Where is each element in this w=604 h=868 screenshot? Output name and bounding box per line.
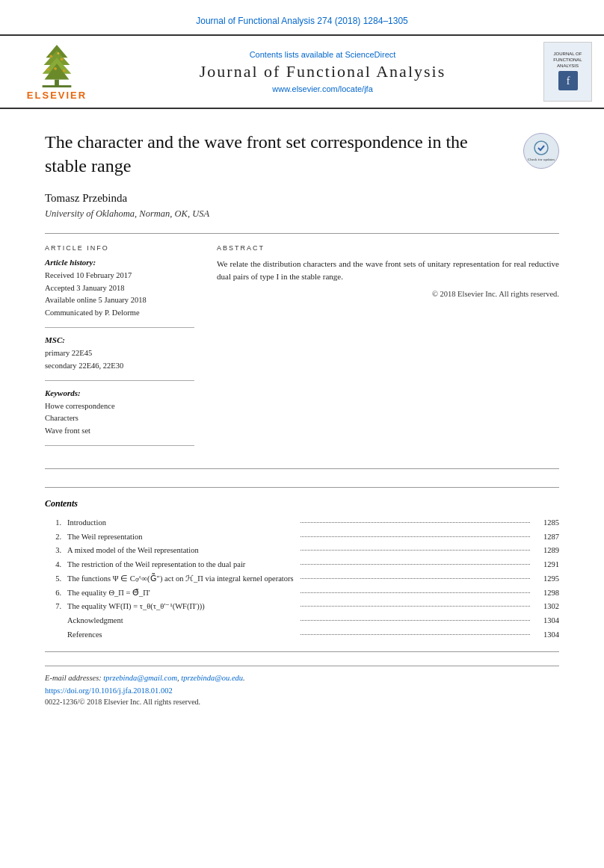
article-info-col: ARTICLE INFO Article history: Received 1… xyxy=(45,244,194,453)
toc-page: 1298 xyxy=(533,587,559,599)
abstract-col: ABSTRACT We relate the distribution char… xyxy=(217,244,559,453)
svg-text:f: f xyxy=(566,75,570,87)
abstract-label: ABSTRACT xyxy=(217,244,559,252)
journal-url[interactable]: www.elsevier.com/locate/jfa xyxy=(118,84,527,93)
toc-list: 1.Introduction12852.The Weil representat… xyxy=(45,517,559,641)
toc-label: The Weil representation xyxy=(67,531,298,543)
keywords-label: Keywords: xyxy=(45,388,194,397)
toc-label: A mixed model of the Weil representation xyxy=(67,545,298,557)
toc-item: 2.The Weil representation1287 xyxy=(45,531,559,543)
toc-dots xyxy=(301,620,531,621)
toc-page: 1285 xyxy=(533,517,559,529)
email-line: E-mail addresses: tprzebinda@gmail.com, … xyxy=(45,674,559,682)
divider-3 xyxy=(45,651,559,652)
msc-primary: primary 22E45 xyxy=(45,347,194,360)
journal-thumbnail: JOURNAL OFFUNCTIONALANALYSIS f xyxy=(543,42,592,102)
contents-section: Contents 1.Introduction12852.The Weil re… xyxy=(45,487,559,641)
toc-page: 1302 xyxy=(533,601,559,613)
communicated-text: Communicated by P. Delorme xyxy=(45,307,194,320)
issn-line: 0022-1236/© 2018 Elsevier Inc. All right… xyxy=(45,698,559,706)
toc-num: 4. xyxy=(45,559,61,571)
toc-dots xyxy=(301,550,531,551)
check-updates-badge: Check for updates xyxy=(523,133,559,169)
toc-label: The restriction of the Weil representati… xyxy=(67,559,298,571)
toc-num: 6. xyxy=(45,587,61,599)
toc-dots xyxy=(301,536,531,537)
keyword-2: Characters xyxy=(45,412,194,425)
copyright-text: © 2018 Elsevier Inc. All rights reserved… xyxy=(217,290,559,298)
main-content: Check for updates The character and the … xyxy=(0,109,604,721)
page: Journal of Functional Analysis 274 (2018… xyxy=(0,0,604,868)
svg-point-7 xyxy=(61,58,64,61)
author-name: Tomasz Przebinda xyxy=(45,192,559,205)
check-updates-inner: Check for updates xyxy=(523,133,559,169)
journal-thumb-icon: f xyxy=(557,69,579,92)
svg-point-14 xyxy=(534,141,548,155)
toc-page: 1291 xyxy=(533,559,559,571)
toc-dots xyxy=(301,606,531,607)
check-updates-text: Check for updates xyxy=(528,157,555,162)
footer-section: E-mail addresses: tprzebinda@gmail.com, … xyxy=(45,666,559,706)
article-title-section: Check for updates The character and the … xyxy=(45,130,559,179)
contents-title: Contents xyxy=(45,498,559,509)
divider-1 xyxy=(45,233,559,234)
sciencedirect-link[interactable]: ScienceDirect xyxy=(345,50,395,59)
toc-item: 6.The equality Θ_Π = Θ̃_Π′1298 xyxy=(45,587,559,599)
svg-point-8 xyxy=(54,66,57,69)
article-history-block: Article history: Received 10 February 20… xyxy=(45,258,194,328)
toc-page: 1289 xyxy=(533,545,559,557)
msc-secondary: secondary 22E46, 22E30 xyxy=(45,360,194,373)
toc-item: 5.The functions Ψ ∈ C₀^∞(G̃″) act on ℋ_Π… xyxy=(45,573,559,585)
toc-page: 1287 xyxy=(533,531,559,543)
toc-dots xyxy=(301,592,531,593)
journal-thumb-text: JOURNAL OFFUNCTIONALANALYSIS xyxy=(553,52,582,69)
toc-page: 1304 xyxy=(533,615,559,627)
toc-item: Acknowledgment1304 xyxy=(45,615,559,627)
journal-citation-header: Journal of Functional Analysis 274 (2018… xyxy=(0,0,604,36)
contents-available: Contents lists available at ScienceDirec… xyxy=(118,50,527,59)
toc-page: 1295 xyxy=(533,573,559,585)
divider-2 xyxy=(45,468,559,469)
journal-center: Contents lists available at ScienceDirec… xyxy=(111,50,534,93)
toc-item: 3.A mixed model of the Weil representati… xyxy=(45,545,559,557)
toc-label: The functions Ψ ∈ C₀^∞(G̃″) act on ℋ_Π v… xyxy=(67,573,298,585)
two-col-section: ARTICLE INFO Article history: Received 1… xyxy=(45,244,559,453)
check-icon xyxy=(532,140,550,155)
email-label: E-mail addresses: xyxy=(45,674,102,682)
toc-label: References xyxy=(67,629,298,641)
journal-banner: ELSEVIER Contents lists available at Sci… xyxy=(0,36,604,109)
toc-item: 1.Introduction1285 xyxy=(45,517,559,529)
toc-dots xyxy=(301,522,531,523)
author-affiliation: University of Oklahoma, Norman, OK, USA xyxy=(45,208,559,220)
toc-dots xyxy=(301,578,531,579)
toc-item: 4.The restriction of the Weil representa… xyxy=(45,559,559,571)
history-label: Article history: xyxy=(45,258,194,267)
toc-num: 5. xyxy=(45,573,61,585)
toc-page: 1304 xyxy=(533,629,559,641)
svg-rect-1 xyxy=(43,85,72,87)
svg-point-9 xyxy=(63,69,66,72)
toc-label: The equality Θ_Π = Θ̃_Π′ xyxy=(67,587,298,599)
toc-num: 1. xyxy=(45,517,61,529)
email-1-link[interactable]: tprzebinda@gmail.com xyxy=(103,674,177,682)
toc-item: References1304 xyxy=(45,629,559,641)
toc-num: 3. xyxy=(45,545,61,557)
elsevier-tree-icon xyxy=(27,43,87,88)
toc-label: Introduction xyxy=(67,517,298,529)
email-2-link[interactable]: tprzebinda@ou.edu xyxy=(181,674,243,682)
toc-label: Acknowledgment xyxy=(67,615,298,627)
elsevier-text: ELSEVIER xyxy=(27,90,87,101)
keyword-1: Howe correspondence xyxy=(45,400,194,413)
article-info-label: ARTICLE INFO xyxy=(45,244,194,252)
svg-point-10 xyxy=(46,67,49,70)
toc-num: 7. xyxy=(45,601,61,613)
toc-num: 2. xyxy=(45,531,61,543)
svg-point-6 xyxy=(49,55,52,58)
doi-link[interactable]: https://doi.org/10.1016/j.jfa.2018.01.00… xyxy=(45,686,559,695)
journal-citation-text: Journal of Functional Analysis 274 (2018… xyxy=(196,16,408,26)
received-text: Received 10 February 2017 xyxy=(45,270,194,282)
toc-dots xyxy=(301,564,531,565)
keywords-block: Keywords: Howe correspondence Characters… xyxy=(45,388,194,446)
keyword-3: Wave front set xyxy=(45,425,194,438)
article-title: The character and the wave front set cor… xyxy=(45,130,559,179)
